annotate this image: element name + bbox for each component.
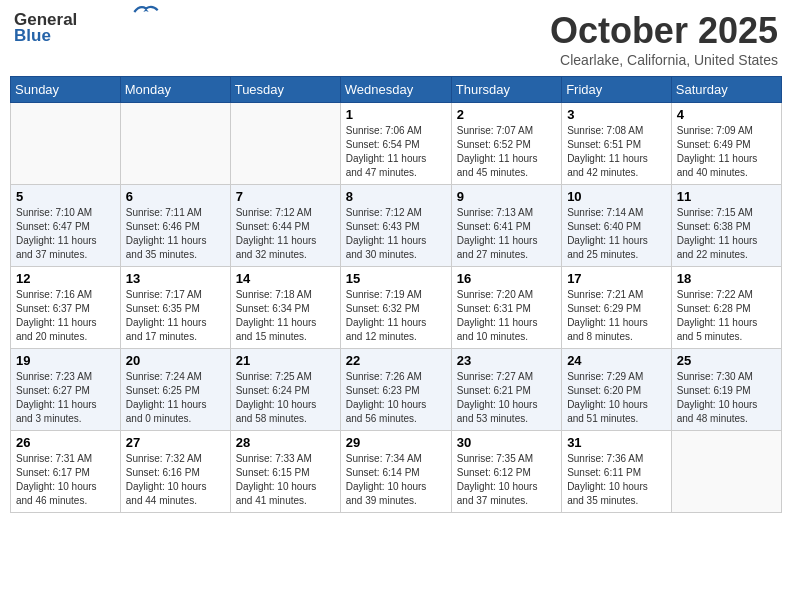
table-row: 14Sunrise: 7:18 AM Sunset: 6:34 PM Dayli… xyxy=(230,267,340,349)
header-saturday: Saturday xyxy=(671,77,781,103)
table-row: 9Sunrise: 7:13 AM Sunset: 6:41 PM Daylig… xyxy=(451,185,561,267)
day-number: 2 xyxy=(457,107,556,122)
day-number: 28 xyxy=(236,435,335,450)
day-number: 15 xyxy=(346,271,446,286)
table-row: 30Sunrise: 7:35 AM Sunset: 6:12 PM Dayli… xyxy=(451,431,561,513)
table-row: 8Sunrise: 7:12 AM Sunset: 6:43 PM Daylig… xyxy=(340,185,451,267)
table-row: 19Sunrise: 7:23 AM Sunset: 6:27 PM Dayli… xyxy=(11,349,121,431)
table-row: 17Sunrise: 7:21 AM Sunset: 6:29 PM Dayli… xyxy=(562,267,672,349)
day-number: 30 xyxy=(457,435,556,450)
day-number: 14 xyxy=(236,271,335,286)
table-row: 7Sunrise: 7:12 AM Sunset: 6:44 PM Daylig… xyxy=(230,185,340,267)
day-info: Sunrise: 7:32 AM Sunset: 6:16 PM Dayligh… xyxy=(126,452,225,508)
day-info: Sunrise: 7:25 AM Sunset: 6:24 PM Dayligh… xyxy=(236,370,335,426)
day-number: 6 xyxy=(126,189,225,204)
table-row: 5Sunrise: 7:10 AM Sunset: 6:47 PM Daylig… xyxy=(11,185,121,267)
day-number: 17 xyxy=(567,271,666,286)
day-number: 12 xyxy=(16,271,115,286)
table-row xyxy=(11,103,121,185)
logo: General Blue xyxy=(14,10,160,45)
table-row xyxy=(120,103,230,185)
day-info: Sunrise: 7:17 AM Sunset: 6:35 PM Dayligh… xyxy=(126,288,225,344)
logo-bird-icon xyxy=(132,3,160,21)
page-header: General Blue October 2025 Clearlake, Cal… xyxy=(10,10,782,68)
table-row: 29Sunrise: 7:34 AM Sunset: 6:14 PM Dayli… xyxy=(340,431,451,513)
day-info: Sunrise: 7:09 AM Sunset: 6:49 PM Dayligh… xyxy=(677,124,776,180)
day-number: 19 xyxy=(16,353,115,368)
table-row: 27Sunrise: 7:32 AM Sunset: 6:16 PM Dayli… xyxy=(120,431,230,513)
day-number: 4 xyxy=(677,107,776,122)
day-info: Sunrise: 7:23 AM Sunset: 6:27 PM Dayligh… xyxy=(16,370,115,426)
table-row: 20Sunrise: 7:24 AM Sunset: 6:25 PM Dayli… xyxy=(120,349,230,431)
day-info: Sunrise: 7:26 AM Sunset: 6:23 PM Dayligh… xyxy=(346,370,446,426)
day-number: 18 xyxy=(677,271,776,286)
header-friday: Friday xyxy=(562,77,672,103)
day-info: Sunrise: 7:30 AM Sunset: 6:19 PM Dayligh… xyxy=(677,370,776,426)
table-row: 23Sunrise: 7:27 AM Sunset: 6:21 PM Dayli… xyxy=(451,349,561,431)
day-number: 13 xyxy=(126,271,225,286)
day-info: Sunrise: 7:34 AM Sunset: 6:14 PM Dayligh… xyxy=(346,452,446,508)
calendar-table: Sunday Monday Tuesday Wednesday Thursday… xyxy=(10,76,782,513)
day-info: Sunrise: 7:27 AM Sunset: 6:21 PM Dayligh… xyxy=(457,370,556,426)
header-monday: Monday xyxy=(120,77,230,103)
day-info: Sunrise: 7:16 AM Sunset: 6:37 PM Dayligh… xyxy=(16,288,115,344)
calendar-week-row: 19Sunrise: 7:23 AM Sunset: 6:27 PM Dayli… xyxy=(11,349,782,431)
day-number: 11 xyxy=(677,189,776,204)
calendar-header-row: Sunday Monday Tuesday Wednesday Thursday… xyxy=(11,77,782,103)
table-row: 24Sunrise: 7:29 AM Sunset: 6:20 PM Dayli… xyxy=(562,349,672,431)
day-number: 5 xyxy=(16,189,115,204)
day-number: 10 xyxy=(567,189,666,204)
table-row: 6Sunrise: 7:11 AM Sunset: 6:46 PM Daylig… xyxy=(120,185,230,267)
calendar-week-row: 1Sunrise: 7:06 AM Sunset: 6:54 PM Daylig… xyxy=(11,103,782,185)
day-info: Sunrise: 7:12 AM Sunset: 6:44 PM Dayligh… xyxy=(236,206,335,262)
table-row: 16Sunrise: 7:20 AM Sunset: 6:31 PM Dayli… xyxy=(451,267,561,349)
day-info: Sunrise: 7:10 AM Sunset: 6:47 PM Dayligh… xyxy=(16,206,115,262)
table-row xyxy=(671,431,781,513)
calendar-week-row: 5Sunrise: 7:10 AM Sunset: 6:47 PM Daylig… xyxy=(11,185,782,267)
day-number: 24 xyxy=(567,353,666,368)
day-number: 31 xyxy=(567,435,666,450)
day-info: Sunrise: 7:35 AM Sunset: 6:12 PM Dayligh… xyxy=(457,452,556,508)
day-number: 29 xyxy=(346,435,446,450)
day-number: 26 xyxy=(16,435,115,450)
day-number: 16 xyxy=(457,271,556,286)
day-info: Sunrise: 7:07 AM Sunset: 6:52 PM Dayligh… xyxy=(457,124,556,180)
header-thursday: Thursday xyxy=(451,77,561,103)
day-number: 1 xyxy=(346,107,446,122)
table-row: 13Sunrise: 7:17 AM Sunset: 6:35 PM Dayli… xyxy=(120,267,230,349)
table-row: 25Sunrise: 7:30 AM Sunset: 6:19 PM Dayli… xyxy=(671,349,781,431)
day-number: 3 xyxy=(567,107,666,122)
table-row: 28Sunrise: 7:33 AM Sunset: 6:15 PM Dayli… xyxy=(230,431,340,513)
table-row: 18Sunrise: 7:22 AM Sunset: 6:28 PM Dayli… xyxy=(671,267,781,349)
day-info: Sunrise: 7:12 AM Sunset: 6:43 PM Dayligh… xyxy=(346,206,446,262)
day-number: 9 xyxy=(457,189,556,204)
day-info: Sunrise: 7:22 AM Sunset: 6:28 PM Dayligh… xyxy=(677,288,776,344)
header-wednesday: Wednesday xyxy=(340,77,451,103)
day-number: 25 xyxy=(677,353,776,368)
day-info: Sunrise: 7:31 AM Sunset: 6:17 PM Dayligh… xyxy=(16,452,115,508)
month-title: October 2025 xyxy=(550,10,778,52)
day-number: 21 xyxy=(236,353,335,368)
calendar-week-row: 12Sunrise: 7:16 AM Sunset: 6:37 PM Dayli… xyxy=(11,267,782,349)
table-row xyxy=(230,103,340,185)
table-row: 10Sunrise: 7:14 AM Sunset: 6:40 PM Dayli… xyxy=(562,185,672,267)
day-number: 27 xyxy=(126,435,225,450)
day-number: 8 xyxy=(346,189,446,204)
table-row: 22Sunrise: 7:26 AM Sunset: 6:23 PM Dayli… xyxy=(340,349,451,431)
title-block: October 2025 Clearlake, California, Unit… xyxy=(550,10,778,68)
day-info: Sunrise: 7:36 AM Sunset: 6:11 PM Dayligh… xyxy=(567,452,666,508)
day-number: 23 xyxy=(457,353,556,368)
day-info: Sunrise: 7:18 AM Sunset: 6:34 PM Dayligh… xyxy=(236,288,335,344)
day-number: 20 xyxy=(126,353,225,368)
day-info: Sunrise: 7:11 AM Sunset: 6:46 PM Dayligh… xyxy=(126,206,225,262)
day-info: Sunrise: 7:21 AM Sunset: 6:29 PM Dayligh… xyxy=(567,288,666,344)
table-row: 11Sunrise: 7:15 AM Sunset: 6:38 PM Dayli… xyxy=(671,185,781,267)
day-info: Sunrise: 7:33 AM Sunset: 6:15 PM Dayligh… xyxy=(236,452,335,508)
table-row: 12Sunrise: 7:16 AM Sunset: 6:37 PM Dayli… xyxy=(11,267,121,349)
day-info: Sunrise: 7:15 AM Sunset: 6:38 PM Dayligh… xyxy=(677,206,776,262)
table-row: 15Sunrise: 7:19 AM Sunset: 6:32 PM Dayli… xyxy=(340,267,451,349)
day-info: Sunrise: 7:19 AM Sunset: 6:32 PM Dayligh… xyxy=(346,288,446,344)
table-row: 31Sunrise: 7:36 AM Sunset: 6:11 PM Dayli… xyxy=(562,431,672,513)
day-info: Sunrise: 7:14 AM Sunset: 6:40 PM Dayligh… xyxy=(567,206,666,262)
day-info: Sunrise: 7:29 AM Sunset: 6:20 PM Dayligh… xyxy=(567,370,666,426)
